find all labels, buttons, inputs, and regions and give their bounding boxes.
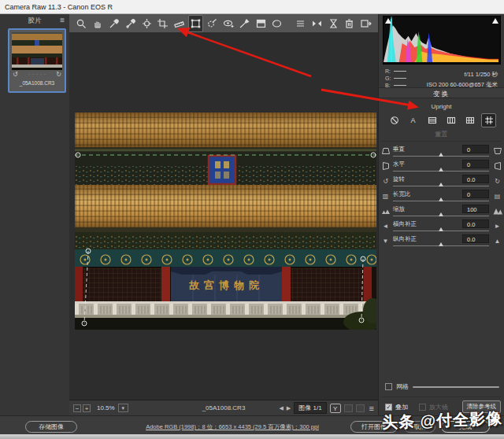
scale-up-icon[interactable] (492, 206, 502, 216)
hand-tool[interactable] (91, 15, 106, 32)
workflow-options-link[interactable]: Adobe RGB (1998)；8 位；6653 x 4435 (29.5 百… (126, 423, 339, 431)
slider-offset-x: ◄ 横向补正 0.0 ► (380, 220, 502, 234)
before-after-y-button[interactable]: Y (330, 404, 341, 413)
graduated-filter-tool[interactable] (254, 15, 269, 32)
slider-thumb[interactable] (439, 212, 443, 216)
swap-settings-icon[interactable] (356, 404, 365, 412)
red-eye-removal-tool[interactable] (220, 15, 235, 32)
main-area: 故宫博物院 (69, 14, 378, 415)
slider-track[interactable] (393, 231, 489, 231)
slider-track[interactable] (393, 186, 489, 186)
targeted-adjustment-tool[interactable] (139, 15, 154, 32)
shadow-clipping-icon[interactable] (385, 18, 391, 24)
radial-filter-tool[interactable] (270, 15, 285, 32)
perspective-left-icon[interactable] (380, 161, 391, 172)
aspect-wide-icon[interactable]: ▤ (492, 191, 502, 201)
filmstrip-header: 胶片 (0, 17, 69, 27)
slider-track[interactable] (393, 216, 489, 216)
grid-size-slider[interactable] (413, 386, 499, 388)
upright-level-button[interactable] (424, 113, 439, 127)
offset-down-icon[interactable]: ▼ (380, 236, 391, 246)
photo-preview[interactable]: 故宫博物院 (75, 113, 376, 330)
perspective-forward-icon[interactable] (492, 146, 502, 157)
rotate-right-icon[interactable]: ↻ (56, 71, 61, 78)
scale-down-icon[interactable] (380, 206, 391, 216)
save-image-button[interactable]: 存储图像 (25, 421, 77, 433)
zoom-level: 10.5% (97, 404, 115, 411)
canvas-statusbar: − + 10.5% ▾ _05A1008.CR3 ◀ ▶ 图像 1/1 Y ≡ (69, 400, 378, 415)
slider-thumb[interactable] (439, 242, 443, 246)
zoom-dropdown[interactable]: ▾ (118, 404, 128, 412)
histogram[interactable] (383, 16, 501, 65)
rotate-left-tool[interactable] (309, 15, 324, 32)
preferences-tool[interactable] (293, 15, 308, 32)
white-balance-tool[interactable] (106, 15, 121, 32)
spot-removal-tool[interactable] (205, 15, 220, 32)
wall-inscription: 故宫博物院 (188, 279, 264, 291)
slider-track[interactable] (393, 171, 489, 172)
filmstrip-panel: 胶片 ≡ (0, 14, 70, 415)
rotate-cw-icon[interactable]: ↻ (492, 176, 502, 186)
rotate-ccw-icon[interactable]: ↺ (380, 176, 391, 186)
highlight-clipping-icon[interactable] (492, 18, 498, 24)
grid-checkbox[interactable] (385, 383, 392, 390)
slider-track[interactable] (393, 156, 489, 157)
watermark-text: 头条 @付全影像 (382, 408, 503, 433)
upright-guided-button[interactable] (481, 113, 496, 127)
color-sampler-tool[interactable] (123, 15, 138, 32)
straighten-tool[interactable] (172, 15, 187, 32)
panel-title: 变换 (379, 87, 504, 98)
upright-off-button[interactable] (387, 113, 402, 127)
slider-value-field[interactable]: 0 (462, 145, 489, 153)
delete-tool[interactable] (343, 15, 358, 32)
slider-thumb[interactable] (439, 227, 443, 231)
aspect-narrow-icon[interactable]: ▥ (380, 191, 391, 201)
zoom-out-button[interactable]: − (73, 404, 81, 412)
slider-value-field[interactable]: 0 (462, 160, 489, 168)
thumbnail-selected[interactable]: ↺ · · · · · ↻ _05A1008.CR3 (8, 28, 66, 93)
slider-thumb[interactable] (439, 183, 443, 186)
image-canvas[interactable]: 故宫博物院 (69, 33, 378, 400)
slider-label: 缩放 (393, 205, 405, 213)
histogram-plot (384, 17, 498, 62)
open-preferences-icon[interactable] (358, 15, 373, 32)
panel-divider (382, 141, 501, 142)
transform-tool[interactable] (188, 15, 203, 32)
upright-auto-button[interactable]: A (406, 113, 421, 127)
slider-value-field[interactable]: 0.0 (462, 175, 489, 183)
perspective-back-icon[interactable] (380, 146, 391, 157)
slider-track[interactable] (393, 201, 489, 201)
slider-value-field[interactable]: 100 (462, 205, 489, 213)
upright-full-button[interactable] (462, 113, 477, 127)
slider-thumb[interactable] (439, 153, 443, 157)
offset-left-icon[interactable]: ◄ (380, 221, 391, 231)
view-menu-icon[interactable]: ≡ (369, 404, 374, 413)
slider-thumb[interactable] (439, 197, 443, 201)
thumbnail-filename: _05A1008.CR3 (9, 80, 65, 86)
window-titlebar[interactable]: Camera Raw 11.3 - Canon EOS R (0, 0, 504, 14)
adjustment-brush-tool[interactable] (237, 15, 252, 32)
zoom-tool[interactable] (74, 15, 89, 32)
filmstrip-menu-icon[interactable]: ≡ (60, 16, 65, 24)
window-bottom-edge (0, 434, 504, 439)
perspective-right-icon[interactable] (492, 161, 502, 172)
upright-vertical-button[interactable] (443, 113, 458, 127)
overlay-checkbox[interactable]: ✓ (385, 404, 392, 411)
offset-up-icon[interactable]: ▲ (492, 236, 502, 246)
slider-track[interactable] (393, 245, 489, 246)
slider-label: 纵向补正 (393, 235, 417, 243)
rotate-right-tool[interactable] (326, 15, 341, 32)
adjustments-panel: R: G: B: f/11 1/250 秒 ISO 200 60-600@657… (378, 14, 504, 415)
slider-value-field[interactable]: 0.0 (462, 234, 489, 243)
loupe-checkbox[interactable] (419, 404, 426, 411)
crop-tool[interactable] (156, 15, 171, 32)
offset-right-icon[interactable]: ► (492, 221, 502, 231)
slider-thumb[interactable] (439, 168, 443, 172)
zoom-in-button[interactable]: + (83, 404, 91, 412)
slider-value-field[interactable]: 0 (462, 190, 489, 198)
copy-settings-icon[interactable] (344, 404, 353, 412)
slider-horizontal: 水平 0 (380, 160, 502, 175)
slider-label: 横向补正 (393, 220, 417, 228)
upright-reset-label: 重置 (379, 130, 504, 138)
slider-value-field[interactable]: 0.0 (462, 220, 489, 228)
